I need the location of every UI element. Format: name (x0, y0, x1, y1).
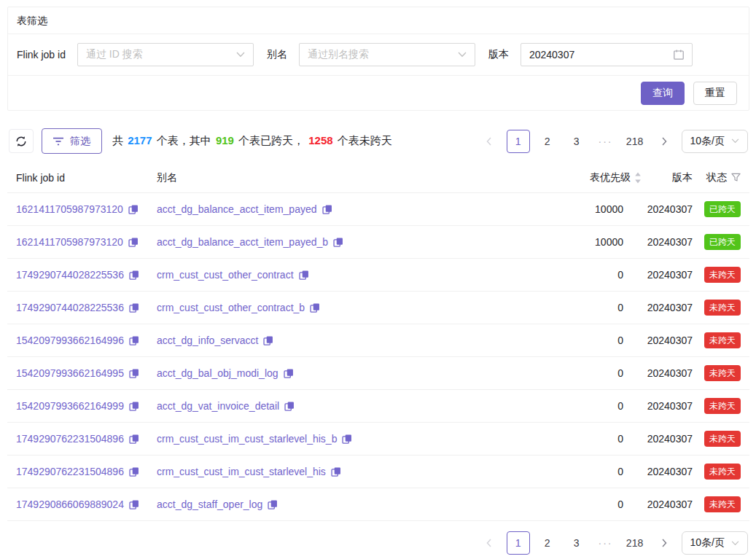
row-alias-link[interactable]: crm_cust_cust_im_cust_starlevel_his_b (157, 433, 337, 445)
row-id-link[interactable]: 1749290744028225536 (16, 302, 124, 313)
flink-job-id-placeholder: 通过 ID 搜索 (86, 48, 143, 61)
row-id-link[interactable]: 1621411705987973120 (16, 236, 123, 248)
row-id-link[interactable]: 1542097993662164999 (16, 400, 124, 412)
copy-icon[interactable] (128, 237, 139, 248)
pagination-page-1[interactable]: 1 (507, 531, 530, 555)
status-badge: 未跨天 (704, 365, 741, 381)
field-alias: 别名 通过别名搜索 (267, 43, 475, 66)
copy-icon[interactable] (263, 335, 273, 346)
row-version: 20240307 (642, 466, 700, 477)
pagination-ellipsis: ··· (594, 531, 617, 555)
pagination-page-218[interactable]: 218 (623, 130, 647, 153)
filter-form: Flink job id 通过 ID 搜索 别名 通过别名搜索 版本 20240… (8, 34, 749, 76)
copy-icon[interactable] (310, 302, 320, 313)
row-alias-link[interactable]: acct_dg_bal_obj_modi_log (157, 367, 278, 379)
uncrossed-count: 1258 (308, 134, 332, 146)
summary-mid1: 个表，其中 (154, 134, 214, 146)
crossed-count: 919 (216, 134, 234, 146)
row-id-link[interactable]: 1749290762231504896 (16, 466, 124, 477)
copy-icon[interactable] (284, 401, 295, 412)
chevron-down-icon (458, 52, 467, 58)
status-badge: 未跨天 (704, 496, 741, 512)
row-alias-link[interactable]: acct_dg_balance_acct_item_payed (157, 203, 317, 215)
row-id-link[interactable]: 1542097993662164996 (16, 335, 124, 346)
sorter-icon[interactable] (634, 172, 642, 184)
copy-icon[interactable] (322, 204, 332, 215)
row-priority: 0 (576, 367, 642, 379)
summary-text: 共 2177 个表，其中 919 个表已跨天， 1258 个表未跨天 (112, 134, 392, 148)
col-header-status-label: 状态 (706, 171, 727, 184)
col-header-status[interactable]: 状态 (700, 171, 749, 184)
copy-icon[interactable] (129, 499, 139, 510)
search-button[interactable]: 查询 (641, 82, 685, 105)
calendar-icon (674, 50, 684, 60)
pagination-next-button[interactable] (652, 130, 676, 153)
row-id-link[interactable]: 1749290762231504896 (16, 433, 124, 445)
pagination-page-1[interactable]: 1 (507, 130, 530, 153)
pagination-page-218[interactable]: 218 (623, 531, 647, 555)
row-id-link[interactable]: 1542097993662164995 (16, 367, 124, 379)
row-alias-link[interactable]: crm_cust_cust_other_contract_b (157, 302, 305, 313)
reset-button[interactable]: 重置 (693, 82, 737, 105)
row-alias-link[interactable]: crm_cust_cust_other_contract (157, 269, 294, 281)
copy-icon[interactable] (129, 335, 139, 346)
copy-icon[interactable] (129, 466, 139, 477)
copy-icon[interactable] (299, 270, 309, 281)
pagination-page-3[interactable]: 3 (565, 130, 588, 153)
filter-actions: 查询 重置 (8, 76, 749, 110)
refresh-button[interactable] (9, 129, 34, 153)
copy-icon[interactable] (333, 237, 343, 248)
row-alias-link[interactable]: acct_dg_balance_acct_item_payed_b (157, 236, 328, 248)
table-toolbar: 筛选 共 2177 个表，其中 919 个表已跨天， 1258 个表未跨天 12… (7, 128, 749, 154)
chevron-left-icon (486, 539, 493, 547)
row-version: 20240307 (642, 269, 700, 281)
alias-select[interactable]: 通过别名搜索 (299, 43, 475, 66)
copy-icon[interactable] (342, 434, 352, 445)
table-row: 1542097993662164999 acct_dg_vat_invoice_… (7, 390, 749, 423)
filter-card-title: 表筛选 (8, 7, 749, 34)
copy-icon[interactable] (331, 466, 341, 477)
copy-icon[interactable] (129, 302, 139, 313)
page-size-select[interactable]: 10条/页 (682, 130, 748, 153)
row-priority: 10000 (576, 203, 642, 215)
row-alias-link[interactable]: acct_dg_vat_invoice_detail (157, 400, 279, 412)
row-id-link[interactable]: 1749290744028225536 (16, 269, 124, 281)
table-row: 1749290762231504896 crm_cust_cust_im_cus… (7, 456, 749, 488)
flink-job-id-label: Flink job id (17, 49, 66, 60)
pagination-prev-button[interactable] (478, 531, 501, 555)
row-alias-link[interactable]: acct_dg_staff_oper_log (157, 499, 262, 510)
data-table: Flink job id 别名 表优先级 版本 状态 1621411705987… (7, 163, 749, 521)
row-id-link[interactable]: 1621411705987973120 (16, 203, 123, 215)
copy-icon[interactable] (129, 434, 139, 445)
status-badge: 未跨天 (704, 431, 741, 447)
row-version: 20240307 (642, 335, 700, 346)
row-priority: 0 (576, 400, 642, 412)
row-version: 20240307 (642, 367, 700, 379)
field-flink-job-id: Flink job id 通过 ID 搜索 (17, 43, 254, 66)
row-id-link[interactable]: 1749290866069889024 (16, 499, 124, 510)
filter-button[interactable]: 筛选 (42, 128, 102, 154)
row-priority: 0 (576, 499, 642, 510)
col-header-alias: 别名 (157, 171, 576, 184)
table-row: 1749290744028225536 crm_cust_cust_other_… (7, 292, 749, 324)
copy-icon[interactable] (128, 204, 139, 215)
copy-icon[interactable] (129, 401, 139, 412)
page-size-select[interactable]: 10条/页 (682, 531, 748, 555)
pagination-page-2[interactable]: 2 (536, 531, 559, 555)
copy-icon[interactable] (129, 368, 139, 379)
pagination-page-2[interactable]: 2 (536, 130, 559, 153)
filter-funnel-icon[interactable] (731, 173, 741, 182)
copy-icon[interactable] (268, 499, 278, 510)
row-alias-link[interactable]: acct_dg_info_servacct (157, 335, 258, 346)
pagination-page-3[interactable]: 3 (565, 531, 588, 555)
row-priority: 0 (576, 433, 642, 445)
pagination-prev-button[interactable] (478, 130, 501, 153)
version-date-input[interactable]: 20240307 (521, 43, 693, 66)
col-header-priority[interactable]: 表优先级 (576, 171, 642, 184)
flink-job-id-select[interactable]: 通过 ID 搜索 (77, 43, 254, 66)
copy-icon[interactable] (284, 368, 294, 379)
row-alias-link[interactable]: crm_cust_cust_im_cust_starlevel_his (157, 466, 326, 477)
copy-icon[interactable] (129, 270, 139, 281)
pagination-next-button[interactable] (652, 531, 676, 555)
row-priority: 0 (576, 302, 642, 313)
